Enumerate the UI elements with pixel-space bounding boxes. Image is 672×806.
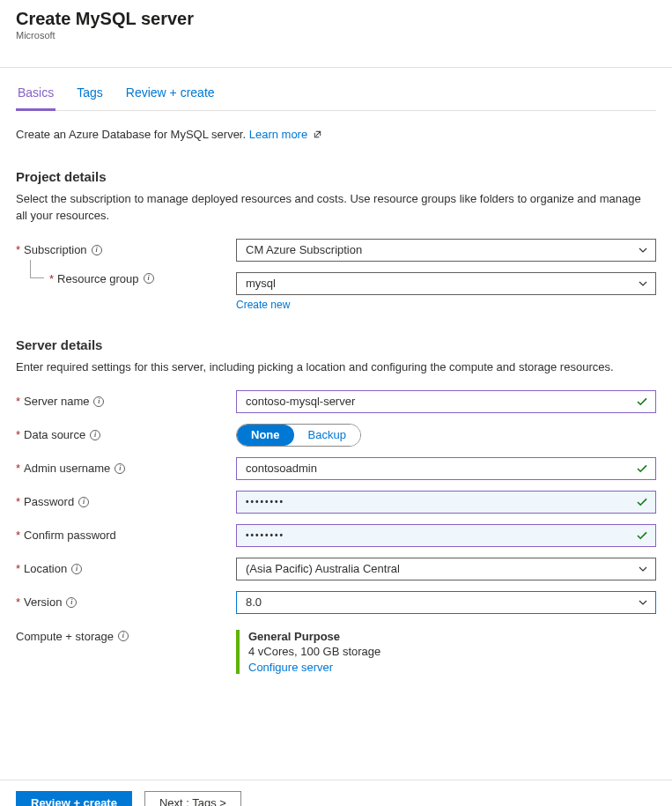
server-details-heading: Server details	[16, 337, 656, 352]
project-details-desc: Select the subscription to manage deploy…	[16, 191, 650, 225]
version-select[interactable]: 8.0	[236, 591, 656, 614]
version-value: 8.0	[246, 595, 262, 609]
check-icon	[636, 529, 648, 542]
publisher-label: Microsoft	[16, 30, 656, 41]
admin-username-input[interactable]: contosoadmin	[236, 457, 656, 480]
required-marker: *	[16, 395, 20, 408]
data-source-label-text: Data source	[24, 428, 85, 441]
data-source-label: * Data source	[16, 428, 236, 441]
resource-group-label: * Resource group	[16, 272, 236, 285]
confirm-password-value: ••••••••	[246, 530, 284, 540]
required-marker: *	[16, 428, 20, 441]
check-icon	[636, 462, 648, 475]
data-source-segmented: None Backup	[236, 424, 361, 447]
create-new-resource-group-link[interactable]: Create new	[236, 299, 656, 311]
required-marker: *	[16, 495, 20, 508]
compute-tier-desc: 4 vCores, 100 GB storage	[248, 645, 656, 658]
chevron-down-icon	[638, 564, 648, 574]
info-icon[interactable]	[66, 597, 77, 608]
data-source-option-none[interactable]: None	[237, 425, 294, 446]
next-tags-button[interactable]: Next : Tags >	[144, 791, 241, 806]
confirm-password-label: * Confirm password	[16, 529, 236, 542]
subscription-value: CM Azure Subscription	[246, 243, 362, 256]
compute-storage-label-text: Compute + storage	[16, 630, 114, 643]
version-label-text: Version	[24, 595, 62, 609]
external-link-icon	[313, 128, 322, 137]
confirm-password-label-text: Confirm password	[24, 529, 116, 542]
configure-server-link[interactable]: Configure server	[248, 661, 656, 674]
info-icon[interactable]	[78, 497, 89, 507]
footer-bar: Review + create Next : Tags >	[0, 780, 672, 806]
required-marker: *	[49, 272, 54, 285]
data-source-option-backup[interactable]: Backup	[294, 425, 360, 446]
server-name-value: contoso-mysql-server	[246, 395, 355, 408]
learn-more-label: Learn more	[249, 128, 307, 141]
project-details-heading: Project details	[16, 169, 656, 184]
resource-group-value: mysql	[246, 277, 276, 290]
location-select[interactable]: (Asia Pacific) Australia Central	[236, 558, 656, 580]
subscription-select[interactable]: CM Azure Subscription	[236, 239, 656, 262]
resource-group-select[interactable]: mysql	[236, 272, 656, 295]
info-icon[interactable]	[144, 273, 154, 284]
info-icon[interactable]	[118, 631, 129, 641]
page-title: Create MySQL server	[16, 9, 656, 29]
location-value: (Asia Pacific) Australia Central	[246, 562, 400, 575]
resource-group-label-text: Resource group	[57, 272, 139, 285]
tab-tags[interactable]: Tags	[75, 80, 105, 110]
info-icon[interactable]	[93, 396, 104, 407]
admin-username-value: contosoadmin	[246, 462, 317, 475]
password-label-text: Password	[24, 495, 74, 508]
intro-text: Create an Azure Database for MySQL serve…	[16, 127, 656, 143]
header-divider	[0, 67, 672, 68]
password-label: * Password	[16, 495, 236, 508]
location-label-text: Location	[24, 562, 67, 575]
version-label: * Version	[16, 595, 236, 609]
required-marker: *	[16, 529, 20, 542]
password-value: ••••••••	[246, 497, 284, 507]
compute-storage-summary: General Purpose 4 vCores, 100 GB storage…	[236, 630, 656, 674]
confirm-password-input[interactable]: ••••••••	[236, 524, 656, 547]
info-icon[interactable]	[92, 245, 102, 255]
required-marker: *	[16, 562, 20, 575]
intro-description: Create an Azure Database for MySQL serve…	[16, 128, 249, 141]
chevron-down-icon	[638, 597, 648, 608]
required-marker: *	[16, 462, 20, 475]
info-icon[interactable]	[90, 430, 100, 440]
learn-more-link[interactable]: Learn more	[249, 128, 322, 141]
tab-review-create[interactable]: Review + create	[124, 80, 217, 110]
server-details-desc: Enter required settings for this server,…	[16, 359, 650, 376]
subscription-label: * Subscription	[16, 243, 236, 256]
chevron-down-icon	[638, 278, 648, 289]
server-name-label-text: Server name	[24, 395, 89, 408]
server-name-label: * Server name	[16, 395, 236, 408]
location-label: * Location	[16, 562, 236, 575]
required-marker: *	[16, 243, 20, 256]
server-name-input[interactable]: contoso-mysql-server	[236, 390, 656, 413]
info-icon[interactable]	[114, 463, 125, 474]
chevron-down-icon	[638, 245, 648, 255]
tab-bar: Basics Tags Review + create	[16, 80, 656, 111]
subscription-label-text: Subscription	[24, 243, 87, 256]
check-icon	[636, 396, 648, 408]
compute-tier-title: General Purpose	[248, 630, 656, 643]
compute-storage-label: Compute + storage	[16, 630, 236, 643]
admin-username-label-text: Admin username	[24, 462, 110, 475]
info-icon[interactable]	[71, 564, 82, 574]
check-icon	[636, 496, 648, 508]
tab-basics[interactable]: Basics	[16, 80, 55, 111]
admin-username-label: * Admin username	[16, 462, 236, 475]
password-input[interactable]: ••••••••	[236, 491, 656, 514]
required-marker: *	[16, 595, 20, 609]
review-create-button[interactable]: Review + create	[16, 791, 132, 806]
